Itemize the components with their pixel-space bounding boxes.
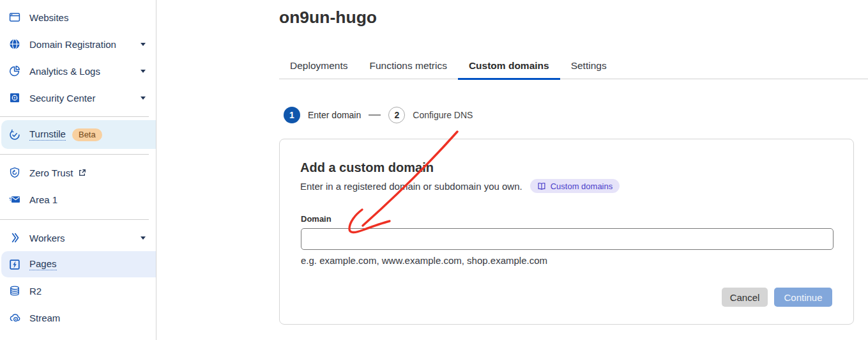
pages-bolt-icon bbox=[9, 259, 20, 270]
sidebar-item-label: Stream bbox=[29, 313, 60, 323]
sidebar-item-label: Pages bbox=[29, 258, 57, 270]
sidebar-item-label: Security Center bbox=[29, 93, 95, 104]
docs-link-label: Custom domains bbox=[551, 182, 613, 191]
browser-window-icon bbox=[9, 12, 20, 23]
card-description: Enter in a registered domain or subdomai… bbox=[300, 181, 522, 192]
chevron-down-icon[interactable] bbox=[141, 236, 146, 240]
chevron-down-icon[interactable] bbox=[141, 43, 146, 46]
sidebar-item-domain-registration[interactable]: Domain Registration bbox=[0, 31, 156, 58]
sidebar-item-zero-trust[interactable]: Zero Trust bbox=[0, 159, 156, 186]
step-2-indicator: 2 bbox=[388, 107, 405, 123]
pie-chart-icon bbox=[9, 65, 20, 77]
tab-bar: Deployments Functions metrics Custom dom… bbox=[279, 53, 868, 79]
sidebar-item-area-1[interactable]: Area 1 bbox=[0, 186, 156, 213]
sidebar-item-label: R2 bbox=[29, 286, 42, 297]
cancel-button[interactable]: Cancel bbox=[722, 288, 768, 307]
add-custom-domain-card: Add a custom domain Enter in a registere… bbox=[279, 139, 854, 325]
card-title: Add a custom domain bbox=[300, 160, 434, 175]
book-icon bbox=[537, 182, 546, 190]
sidebar-item-label: Turnstile bbox=[29, 128, 66, 141]
sidebar-item-workers[interactable]: Workers bbox=[0, 224, 156, 251]
external-link-icon bbox=[78, 169, 86, 177]
sidebar-item-pages[interactable]: Pages bbox=[1, 251, 156, 277]
sidebar-item-turnstile[interactable]: Turnstile Beta bbox=[1, 120, 156, 149]
sidebar-divider bbox=[0, 116, 149, 117]
sidebar-item-label: Domain Registration bbox=[29, 39, 116, 50]
cloudflare-dashboard: Websites Domain Registration Analytics &… bbox=[0, 0, 868, 340]
sidebar-item-analytics-logs[interactable]: Analytics & Logs bbox=[0, 58, 156, 84]
sidebar-item-security-center[interactable]: Security Center bbox=[0, 84, 156, 111]
sidebar-item-label: Workers bbox=[29, 233, 65, 243]
step-1-label: Enter domain bbox=[308, 110, 361, 120]
globe-icon bbox=[9, 38, 20, 50]
card-description-row: Enter in a registered domain or subdomai… bbox=[300, 179, 620, 193]
step-1-indicator: 1 bbox=[284, 107, 300, 123]
sidebar-item-r2[interactable]: R2 bbox=[0, 277, 156, 304]
chevron-down-icon[interactable] bbox=[141, 70, 146, 73]
database-icon bbox=[9, 285, 20, 297]
stepper: 1 Enter domain 2 Configure DNS bbox=[284, 107, 473, 123]
sidebar-item-websites[interactable]: Websites bbox=[0, 4, 156, 31]
tab-settings[interactable]: Settings bbox=[560, 53, 618, 79]
beta-badge: Beta bbox=[72, 128, 102, 141]
vault-icon bbox=[9, 92, 20, 104]
card-actions: Cancel Continue bbox=[722, 288, 832, 307]
stream-cloud-icon bbox=[9, 312, 20, 323]
page-title: on9un-hugo bbox=[279, 8, 377, 27]
chevron-down-icon[interactable] bbox=[141, 97, 146, 100]
mail-icon bbox=[9, 194, 20, 205]
sidebar-item-label: Websites bbox=[29, 12, 68, 23]
sidebar-divider bbox=[0, 219, 149, 220]
domain-field-label: Domain bbox=[301, 214, 331, 224]
continue-button[interactable]: Continue bbox=[774, 288, 832, 307]
sidebar: Websites Domain Registration Analytics &… bbox=[0, 0, 156, 340]
turnstile-check-icon bbox=[9, 129, 20, 141]
domain-helper-text: e.g. example.com, www.example.com, shop.… bbox=[301, 255, 547, 266]
step-2-label: Configure DNS bbox=[413, 110, 473, 120]
tab-deployments[interactable]: Deployments bbox=[279, 53, 358, 79]
step-connector bbox=[369, 114, 381, 116]
tab-functions-metrics[interactable]: Functions metrics bbox=[358, 53, 457, 79]
workers-brackets-icon bbox=[9, 232, 20, 243]
custom-domains-docs-link[interactable]: Custom domains bbox=[530, 179, 620, 193]
sidebar-item-label: Zero Trust bbox=[29, 167, 73, 178]
shield-icon bbox=[9, 167, 20, 178]
sidebar-divider bbox=[0, 154, 149, 155]
tab-custom-domains[interactable]: Custom domains bbox=[458, 53, 560, 79]
sidebar-item-label: Analytics & Logs bbox=[29, 66, 100, 77]
domain-input[interactable] bbox=[301, 228, 834, 250]
sidebar-item-label: Area 1 bbox=[29, 194, 57, 205]
sidebar-item-stream[interactable]: Stream bbox=[0, 304, 156, 331]
